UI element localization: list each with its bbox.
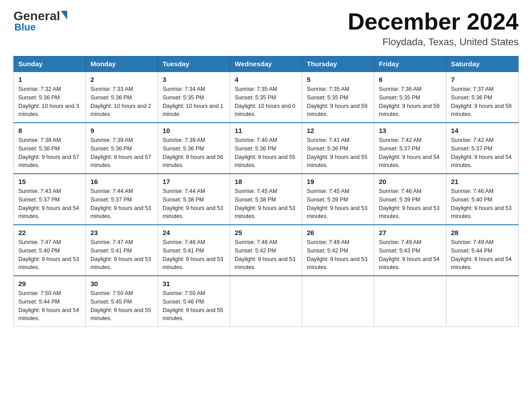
day-cell-12: 12Sunrise: 7:41 AMSunset: 5:36 PMDayligh… (302, 123, 374, 174)
day-number: 23 (90, 229, 153, 236)
day-number: 17 (163, 178, 225, 185)
day-cell-1: 1Sunrise: 7:32 AMSunset: 5:36 PMDaylight… (14, 72, 86, 123)
day-cell-2: 2Sunrise: 7:33 AMSunset: 5:36 PMDaylight… (86, 72, 158, 123)
day-info: Sunrise: 7:37 AMSunset: 5:36 PMDaylight:… (451, 85, 514, 119)
day-cell-20: 20Sunrise: 7:46 AMSunset: 5:39 PMDayligh… (374, 174, 446, 225)
day-cell-28: 28Sunrise: 7:49 AMSunset: 5:44 PMDayligh… (446, 225, 519, 276)
empty-cell (302, 276, 374, 327)
day-cell-26: 26Sunrise: 7:49 AMSunset: 5:42 PMDayligh… (302, 225, 374, 276)
day-cell-17: 17Sunrise: 7:44 AMSunset: 5:38 PMDayligh… (158, 174, 230, 225)
day-info: Sunrise: 7:38 AMSunset: 5:36 PMDaylight:… (18, 136, 81, 170)
day-cell-3: 3Sunrise: 7:34 AMSunset: 5:35 PMDaylight… (158, 72, 230, 123)
day-info: Sunrise: 7:43 AMSunset: 5:37 PMDaylight:… (18, 187, 81, 221)
day-cell-11: 11Sunrise: 7:40 AMSunset: 5:36 PMDayligh… (230, 123, 302, 174)
day-number: 4 (235, 76, 297, 83)
day-info: Sunrise: 7:50 AMSunset: 5:44 PMDaylight:… (18, 289, 81, 323)
day-info: Sunrise: 7:42 AMSunset: 5:37 PMDaylight:… (451, 136, 514, 170)
day-cell-7: 7Sunrise: 7:37 AMSunset: 5:36 PMDaylight… (446, 72, 519, 123)
day-number: 16 (90, 178, 153, 185)
day-number: 3 (163, 76, 225, 83)
day-number: 19 (307, 178, 369, 185)
day-info: Sunrise: 7:45 AMSunset: 5:39 PMDaylight:… (307, 187, 369, 221)
day-number: 27 (379, 229, 442, 236)
day-cell-9: 9Sunrise: 7:39 AMSunset: 5:36 PMDaylight… (86, 123, 158, 174)
day-cell-31: 31Sunrise: 7:50 AMSunset: 5:46 PMDayligh… (158, 276, 230, 327)
day-info: Sunrise: 7:39 AMSunset: 5:36 PMDaylight:… (163, 136, 225, 170)
day-info: Sunrise: 7:35 AMSunset: 5:35 PMDaylight:… (235, 85, 297, 119)
day-info: Sunrise: 7:49 AMSunset: 5:43 PMDaylight:… (379, 238, 442, 272)
day-number: 28 (451, 229, 514, 236)
day-info: Sunrise: 7:49 AMSunset: 5:44 PMDaylight:… (451, 238, 514, 272)
day-cell-24: 24Sunrise: 7:48 AMSunset: 5:41 PMDayligh… (158, 225, 230, 276)
day-cell-4: 4Sunrise: 7:35 AMSunset: 5:35 PMDaylight… (230, 72, 302, 123)
location-text: Floydada, Texas, United States (348, 36, 519, 48)
day-header-sunday: Sunday (14, 56, 86, 72)
day-number: 8 (18, 127, 81, 134)
day-info: Sunrise: 7:44 AMSunset: 5:38 PMDaylight:… (163, 187, 225, 221)
day-number: 30 (90, 280, 153, 287)
day-number: 12 (307, 127, 369, 134)
week-row-4: 22Sunrise: 7:47 AMSunset: 5:40 PMDayligh… (14, 225, 519, 276)
day-number: 25 (235, 229, 297, 236)
day-number: 18 (235, 178, 297, 185)
logo: General Blue (13, 9, 67, 33)
day-info: Sunrise: 7:34 AMSunset: 5:35 PMDaylight:… (163, 85, 225, 119)
day-info: Sunrise: 7:46 AMSunset: 5:40 PMDaylight:… (451, 187, 514, 221)
week-row-5: 29Sunrise: 7:50 AMSunset: 5:44 PMDayligh… (14, 276, 519, 327)
day-cell-8: 8Sunrise: 7:38 AMSunset: 5:36 PMDaylight… (14, 123, 86, 174)
day-cell-6: 6Sunrise: 7:36 AMSunset: 5:35 PMDaylight… (374, 72, 446, 123)
day-number: 20 (379, 178, 442, 185)
day-number: 2 (90, 76, 153, 83)
day-cell-13: 13Sunrise: 7:42 AMSunset: 5:37 PMDayligh… (374, 123, 446, 174)
day-number: 21 (451, 178, 514, 185)
day-cell-29: 29Sunrise: 7:50 AMSunset: 5:44 PMDayligh… (14, 276, 86, 327)
day-info: Sunrise: 7:35 AMSunset: 5:35 PMDaylight:… (307, 85, 369, 119)
day-info: Sunrise: 7:50 AMSunset: 5:46 PMDaylight:… (163, 289, 225, 323)
day-number: 9 (90, 127, 153, 134)
day-cell-23: 23Sunrise: 7:47 AMSunset: 5:41 PMDayligh… (86, 225, 158, 276)
day-number: 11 (235, 127, 297, 134)
day-header-friday: Friday (374, 56, 446, 72)
day-info: Sunrise: 7:48 AMSunset: 5:41 PMDaylight:… (163, 238, 225, 272)
day-info: Sunrise: 7:49 AMSunset: 5:42 PMDaylight:… (307, 238, 369, 272)
day-number: 24 (163, 229, 225, 236)
empty-cell (374, 276, 446, 327)
month-title: December 2024 (348, 9, 519, 34)
day-info: Sunrise: 7:41 AMSunset: 5:36 PMDaylight:… (307, 136, 369, 170)
day-cell-25: 25Sunrise: 7:48 AMSunset: 5:42 PMDayligh… (230, 225, 302, 276)
week-row-3: 15Sunrise: 7:43 AMSunset: 5:37 PMDayligh… (14, 174, 519, 225)
day-number: 26 (307, 229, 369, 236)
day-info: Sunrise: 7:45 AMSunset: 5:38 PMDaylight:… (235, 187, 297, 221)
day-cell-14: 14Sunrise: 7:42 AMSunset: 5:37 PMDayligh… (446, 123, 519, 174)
day-cell-16: 16Sunrise: 7:44 AMSunset: 5:37 PMDayligh… (86, 174, 158, 225)
day-number: 22 (18, 229, 81, 236)
day-number: 7 (451, 76, 514, 83)
day-info: Sunrise: 7:36 AMSunset: 5:35 PMDaylight:… (379, 85, 442, 119)
day-info: Sunrise: 7:39 AMSunset: 5:36 PMDaylight:… (90, 136, 153, 170)
day-number: 13 (379, 127, 442, 134)
day-cell-21: 21Sunrise: 7:46 AMSunset: 5:40 PMDayligh… (446, 174, 519, 225)
logo-blue-text: Blue (14, 21, 36, 33)
day-cell-5: 5Sunrise: 7:35 AMSunset: 5:35 PMDaylight… (302, 72, 374, 123)
day-info: Sunrise: 7:50 AMSunset: 5:45 PMDaylight:… (90, 289, 153, 323)
day-info: Sunrise: 7:40 AMSunset: 5:36 PMDaylight:… (235, 136, 297, 170)
day-cell-27: 27Sunrise: 7:49 AMSunset: 5:43 PMDayligh… (374, 225, 446, 276)
day-info: Sunrise: 7:47 AMSunset: 5:41 PMDaylight:… (90, 238, 153, 272)
title-block: December 2024 Floydada, Texas, United St… (348, 9, 519, 48)
day-info: Sunrise: 7:33 AMSunset: 5:36 PMDaylight:… (90, 85, 153, 119)
day-header-saturday: Saturday (446, 56, 519, 72)
day-number: 31 (163, 280, 225, 287)
day-number: 15 (18, 178, 81, 185)
day-number: 29 (18, 280, 81, 287)
empty-cell (446, 276, 519, 327)
empty-cell (230, 276, 302, 327)
day-header-wednesday: Wednesday (230, 56, 302, 72)
day-header-tuesday: Tuesday (158, 56, 230, 72)
page-header: General Blue December 2024 Floydada, Tex… (13, 9, 519, 48)
day-cell-22: 22Sunrise: 7:47 AMSunset: 5:40 PMDayligh… (14, 225, 86, 276)
day-number: 14 (451, 127, 514, 134)
day-info: Sunrise: 7:47 AMSunset: 5:40 PMDaylight:… (18, 238, 81, 272)
day-number: 1 (18, 76, 81, 83)
day-header-monday: Monday (86, 56, 158, 72)
day-info: Sunrise: 7:32 AMSunset: 5:36 PMDaylight:… (18, 85, 81, 119)
